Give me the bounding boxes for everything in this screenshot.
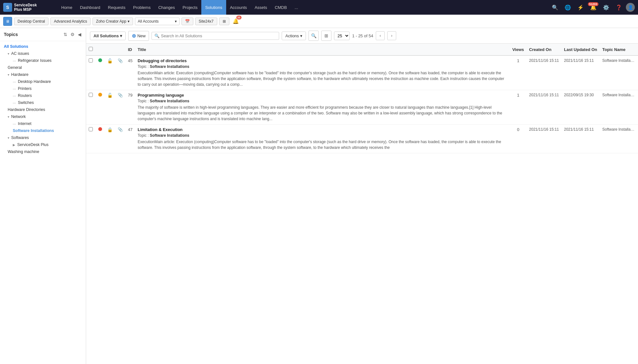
desktop-central-icon-btn[interactable]: 🖥: [3, 17, 12, 26]
topics-tree: All Solutions ▾ AC issues — Refrigerator…: [0, 41, 86, 157]
dash-icon-ro: —: [13, 94, 16, 98]
row-views: 1: [510, 90, 527, 125]
sort-icon[interactable]: ⇅: [63, 31, 68, 38]
sidebar-item-sdp[interactable]: ▶ ServiceDesk Plus: [0, 141, 86, 148]
nav-changes[interactable]: Changes: [154, 0, 179, 15]
next-page-btn[interactable]: ›: [387, 31, 396, 40]
table-row: 🔒 📎 47 Limitation & Execution Topic : So…: [86, 125, 638, 153]
row-checkbox[interactable]: [89, 127, 93, 131]
zoho-creator-btn[interactable]: Zoho Creator App ▾: [93, 18, 133, 25]
settings-icon-btn[interactable]: ⚙️: [600, 2, 612, 13]
header-last-updated[interactable]: Last Updated On: [561, 44, 600, 55]
sidebar-item-printers[interactable]: — Printers: [0, 85, 86, 92]
lightning-icon-btn[interactable]: ⚡: [575, 2, 586, 13]
row-id: 47: [125, 125, 135, 153]
internet-label: Internet: [18, 121, 31, 126]
notifications-icon-btn[interactable]: 🔔 51203: [588, 2, 599, 13]
app-logo[interactable]: S ServiceDeskPlus MSP: [3, 3, 54, 12]
refrigerator-label: Refrigerator Issues: [18, 58, 52, 63]
switches-label: Switches: [18, 100, 34, 105]
nav-requests[interactable]: Requests: [104, 0, 129, 15]
sidebar-item-switches[interactable]: — Switches: [0, 99, 86, 106]
header-id[interactable]: ID: [125, 44, 135, 55]
new-solution-button[interactable]: ⊕ New: [128, 31, 149, 41]
grid-view-btn[interactable]: ⊞: [321, 31, 331, 41]
sidebar-item-general[interactable]: General: [0, 64, 86, 71]
chevron-down-icon-accounts: ▾: [175, 19, 177, 24]
nav-projects[interactable]: Projects: [179, 0, 201, 15]
arrow-icon-hw: ▾: [8, 73, 9, 76]
user-avatar[interactable]: 👤: [626, 3, 635, 12]
row-checkbox[interactable]: [89, 58, 93, 62]
all-accounts-select[interactable]: All Accounts ▾: [135, 18, 180, 25]
row-checkbox[interactable]: [89, 93, 93, 97]
help-icon-btn[interactable]: ❓: [613, 2, 625, 13]
sidebar-item-softwares[interactable]: ▾ Softwares: [0, 134, 86, 141]
sidebar-item-hw-dirs[interactable]: Hardware Directories: [0, 106, 86, 113]
nav-home[interactable]: Home: [57, 0, 76, 15]
nav-problems[interactable]: Problems: [129, 0, 154, 15]
sidebar-item-ac-issues[interactable]: ▾ AC issues: [0, 50, 86, 57]
search-icon-btn[interactable]: 🔍: [549, 2, 561, 13]
sidebar-item-washing[interactable]: Washing machine: [0, 148, 86, 155]
topic-label: Topic : Software Installations: [137, 64, 507, 69]
desktop-hw-label: Desktop Hardware: [18, 79, 51, 84]
sidebar-item-network[interactable]: ▾ Network: [0, 113, 86, 120]
header-topic-name[interactable]: Topic Name: [600, 44, 638, 55]
row-status-cell: [96, 55, 105, 90]
sub-notification[interactable]: 🔔 35: [231, 17, 240, 26]
softwares-label: Softwares: [11, 135, 29, 140]
sidebar-item-all-solutions[interactable]: All Solutions: [0, 43, 86, 50]
select-all-checkbox[interactable]: [89, 47, 93, 51]
status-dot: [98, 93, 102, 97]
table-icon-btn[interactable]: ⊞: [219, 18, 229, 25]
row-status-cell: [96, 90, 105, 125]
sw-installs-label: Software Installations: [13, 128, 54, 133]
search-icon: 🔍: [154, 33, 160, 38]
notification-badge: 51203: [588, 2, 598, 6]
all-solutions-dropdown[interactable]: All Solutions ▾: [90, 32, 126, 40]
settings-icon[interactable]: ⚙: [70, 31, 75, 38]
header-views[interactable]: Views: [510, 44, 527, 55]
community-icon-btn[interactable]: 🌐: [562, 2, 574, 13]
header-created-on[interactable]: Created On: [527, 44, 561, 55]
sidebar-item-routers[interactable]: — Routers: [0, 92, 86, 99]
sidebar-item-internet[interactable]: — Internet: [0, 120, 86, 127]
calendar-icon-btn[interactable]: 📅: [182, 18, 193, 25]
paperclip-icon: 📎: [118, 58, 123, 63]
lock-icon: 🔓: [107, 93, 113, 98]
nav-assets[interactable]: Assets: [251, 0, 271, 15]
advanced-analytics-btn[interactable]: Advanced Analytics: [50, 18, 91, 25]
page-size-select[interactable]: 25: [334, 32, 350, 40]
sidebar-item-hardware[interactable]: ▾ Hardware: [0, 71, 86, 78]
search-input[interactable]: [161, 33, 276, 38]
header-title[interactable]: Title: [135, 44, 509, 55]
status-dot: [98, 58, 102, 62]
collapse-icon[interactable]: ◀: [77, 31, 82, 38]
status-dot: [98, 127, 102, 131]
sidebar-item-sw-installs[interactable]: Software Installations: [0, 127, 86, 134]
header-checkbox-cell: [86, 44, 96, 55]
actions-dropdown[interactable]: Actions ▾: [282, 32, 306, 40]
solution-title[interactable]: Debugging of directories: [137, 58, 507, 63]
sub-notif-count: 35: [236, 16, 241, 19]
sidebar-item-refrigerator[interactable]: — Refrigerator Issues: [0, 57, 86, 64]
sidebar-title: Topics: [4, 32, 18, 37]
app-name: ServiceDeskPlus MSP: [14, 3, 37, 12]
arrow-icon-net: ▾: [8, 115, 9, 119]
nav-dashboard[interactable]: Dashboard: [76, 0, 104, 15]
site24x7-btn[interactable]: Site24x7: [195, 18, 217, 25]
prev-page-btn[interactable]: ‹: [376, 31, 385, 40]
nav-more[interactable]: ...: [291, 0, 302, 15]
solution-title[interactable]: Limitation & Execution: [137, 127, 507, 132]
search-filter-btn[interactable]: 🔍: [308, 31, 319, 41]
nav-cmdb[interactable]: CMDB: [271, 0, 291, 15]
desktop-central-btn[interactable]: Desktop Central: [14, 18, 48, 25]
row-created-on: 2021/11/16 15:11: [527, 90, 561, 125]
top-navigation: S ServiceDeskPlus MSP Home Dashboard Req…: [0, 0, 638, 15]
nav-solutions[interactable]: Solutions: [201, 0, 226, 15]
nav-accounts[interactable]: Accounts: [226, 0, 251, 15]
sidebar-item-desktop-hw[interactable]: — Desktop Hardware: [0, 78, 86, 85]
all-solutions-text: All Solutions: [93, 33, 119, 38]
solution-title[interactable]: Programming language: [137, 93, 507, 98]
